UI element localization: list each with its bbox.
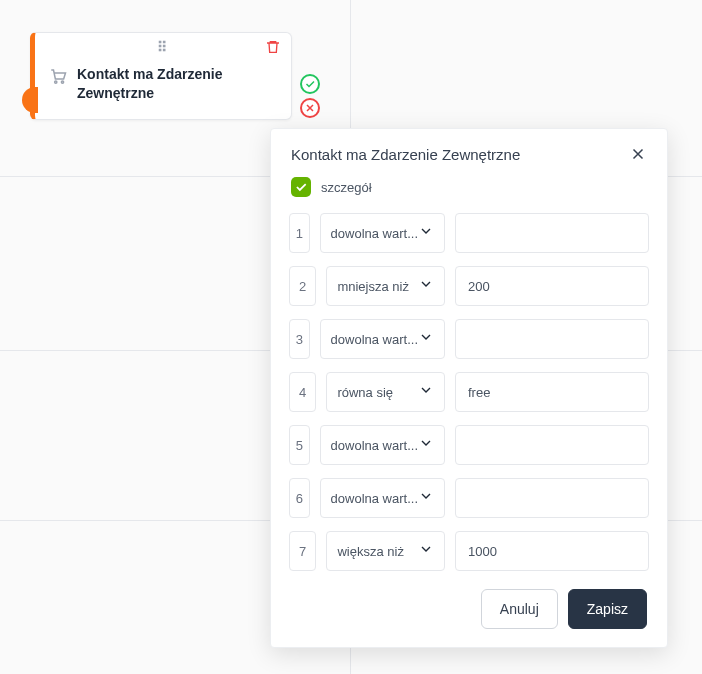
operator-select[interactable]: dowolna wart...: [320, 213, 445, 253]
node-input-handle[interactable]: [22, 87, 38, 113]
delete-icon[interactable]: [265, 39, 281, 55]
config-modal: Kontakt ma Zdarzenie Zewnętrzne szczegół…: [270, 128, 668, 648]
operator-select-label: dowolna wart...: [331, 438, 418, 453]
operator-select[interactable]: dowolna wart...: [320, 425, 445, 465]
value-input[interactable]: [455, 478, 649, 518]
modal-title: Kontakt ma Zdarzenie Zewnętrzne: [291, 146, 520, 163]
workflow-node-card[interactable]: ⠿ Kontakt ma Zdarzenie Zewnętrzne: [30, 32, 292, 120]
value-input[interactable]: [455, 319, 649, 359]
operator-select[interactable]: dowolna wart...: [320, 319, 445, 359]
operator-select-label: dowolna wart...: [331, 491, 418, 506]
operator-select-label: dowolna wart...: [331, 332, 418, 347]
chevron-down-icon: [418, 435, 434, 455]
row-number: 7: [289, 531, 316, 571]
operator-select-label: równa się: [337, 385, 393, 400]
row-number: 1: [289, 213, 310, 253]
condition-row: 1dowolna wart...: [289, 213, 649, 253]
drag-handle-icon[interactable]: ⠿: [157, 39, 169, 55]
node-title: Kontakt ma Zdarzenie Zewnętrzne: [77, 65, 277, 103]
value-input[interactable]: [455, 213, 649, 253]
detail-checkbox[interactable]: [291, 177, 311, 197]
cart-icon: [49, 67, 67, 103]
chevron-down-icon: [418, 541, 434, 561]
chevron-down-icon: [418, 223, 434, 243]
operator-select[interactable]: mniejsza niż: [326, 266, 445, 306]
operator-select-label: dowolna wart...: [331, 226, 418, 241]
value-input[interactable]: [455, 425, 649, 465]
row-number: 5: [289, 425, 310, 465]
operator-select[interactable]: większa niż: [326, 531, 445, 571]
chevron-down-icon: [418, 382, 434, 402]
condition-row: 4równa się: [289, 372, 649, 412]
condition-row: 6dowolna wart...: [289, 478, 649, 518]
cancel-button[interactable]: Anuluj: [481, 589, 558, 629]
svg-point-1: [61, 81, 63, 83]
condition-row: 3dowolna wart...: [289, 319, 649, 359]
chevron-down-icon: [418, 329, 434, 349]
operator-select[interactable]: dowolna wart...: [320, 478, 445, 518]
condition-row: 2mniejsza niż: [289, 266, 649, 306]
row-number: 4: [289, 372, 316, 412]
svg-point-0: [55, 81, 57, 83]
chevron-down-icon: [418, 488, 434, 508]
row-number: 2: [289, 266, 316, 306]
row-number: 6: [289, 478, 310, 518]
condition-row: 5dowolna wart...: [289, 425, 649, 465]
close-icon[interactable]: [629, 145, 647, 163]
detail-checkbox-label: szczegół: [321, 180, 372, 195]
chevron-down-icon: [418, 276, 434, 296]
value-input[interactable]: [455, 266, 649, 306]
condition-row: 7większa niż: [289, 531, 649, 571]
value-input[interactable]: [455, 531, 649, 571]
row-number: 3: [289, 319, 310, 359]
operator-select-label: większa niż: [337, 544, 403, 559]
node-output-false-handle[interactable]: [300, 98, 320, 118]
operator-select-label: mniejsza niż: [337, 279, 409, 294]
save-button[interactable]: Zapisz: [568, 589, 647, 629]
node-output-true-handle[interactable]: [300, 74, 320, 94]
value-input[interactable]: [455, 372, 649, 412]
conditions-list: 1dowolna wart...2mniejsza niż3dowolna wa…: [271, 207, 667, 577]
operator-select[interactable]: równa się: [326, 372, 445, 412]
